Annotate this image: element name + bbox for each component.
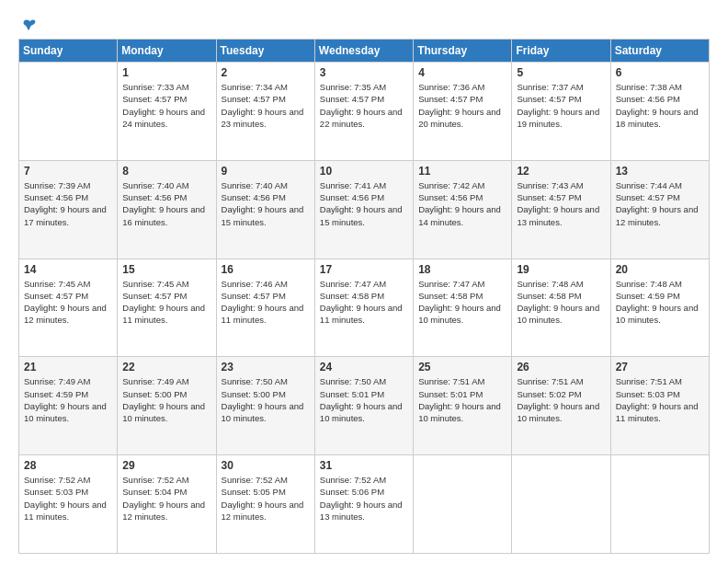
day-number: 20 — [616, 263, 704, 276]
day-info: Sunrise: 7:47 AMSunset: 4:58 PMDaylight:… — [418, 278, 506, 327]
day-info: Sunrise: 7:38 AMSunset: 4:56 PMDaylight:… — [616, 81, 704, 130]
calendar-day-cell: 24 Sunrise: 7:50 AMSunset: 5:01 PMDaylig… — [314, 357, 413, 455]
day-info: Sunrise: 7:52 AMSunset: 5:05 PMDaylight:… — [222, 474, 310, 523]
day-number: 3 — [320, 66, 408, 79]
day-number: 6 — [616, 66, 704, 79]
calendar-day-cell — [512, 455, 610, 554]
calendar-day-header: Friday — [512, 40, 610, 63]
calendar-day-cell: 23 Sunrise: 7:50 AMSunset: 5:00 PMDaylig… — [216, 357, 314, 455]
calendar-week-row: 7 Sunrise: 7:39 AMSunset: 4:56 PMDayligh… — [19, 160, 710, 259]
calendar-day-cell — [414, 455, 512, 554]
day-info: Sunrise: 7:48 AMSunset: 4:58 PMDaylight:… — [517, 278, 605, 327]
day-number: 9 — [222, 165, 310, 178]
calendar-day-cell: 11 Sunrise: 7:42 AMSunset: 4:56 PMDaylig… — [414, 160, 512, 259]
calendar-day-cell — [19, 63, 118, 161]
day-number: 8 — [122, 165, 210, 178]
day-info: Sunrise: 7:50 AMSunset: 5:00 PMDaylight:… — [222, 375, 310, 424]
logo — [18, 18, 37, 31]
day-info: Sunrise: 7:49 AMSunset: 4:59 PMDaylight:… — [24, 375, 112, 424]
calendar-day-cell: 7 Sunrise: 7:39 AMSunset: 4:56 PMDayligh… — [19, 160, 118, 259]
day-number: 4 — [418, 66, 506, 79]
calendar-day-header: Wednesday — [314, 40, 413, 63]
calendar-day-cell: 3 Sunrise: 7:35 AMSunset: 4:57 PMDayligh… — [314, 63, 413, 161]
day-number: 28 — [24, 459, 112, 472]
calendar-day-cell: 4 Sunrise: 7:36 AMSunset: 4:57 PMDayligh… — [414, 63, 512, 161]
calendar-day-cell: 12 Sunrise: 7:43 AMSunset: 4:57 PMDaylig… — [512, 160, 610, 259]
day-number: 21 — [24, 361, 112, 373]
calendar-day-cell: 22 Sunrise: 7:49 AMSunset: 5:00 PMDaylig… — [118, 357, 216, 455]
calendar-day-cell: 20 Sunrise: 7:48 AMSunset: 4:59 PMDaylig… — [610, 259, 709, 357]
day-number: 27 — [616, 361, 704, 373]
calendar-day-cell: 15 Sunrise: 7:45 AMSunset: 4:57 PMDaylig… — [118, 259, 216, 357]
day-number: 15 — [122, 263, 210, 276]
day-info: Sunrise: 7:49 AMSunset: 5:00 PMDaylight:… — [122, 375, 210, 424]
day-info: Sunrise: 7:41 AMSunset: 4:56 PMDaylight:… — [320, 179, 408, 228]
calendar-day-cell: 21 Sunrise: 7:49 AMSunset: 4:59 PMDaylig… — [19, 357, 118, 455]
calendar-day-cell: 28 Sunrise: 7:52 AMSunset: 5:03 PMDaylig… — [19, 455, 118, 554]
calendar-week-row: 1 Sunrise: 7:33 AMSunset: 4:57 PMDayligh… — [19, 63, 710, 161]
day-info: Sunrise: 7:52 AMSunset: 5:03 PMDaylight:… — [24, 474, 112, 523]
day-number: 2 — [222, 66, 310, 79]
calendar-day-cell: 6 Sunrise: 7:38 AMSunset: 4:56 PMDayligh… — [610, 63, 709, 161]
calendar-day-header: Sunday — [19, 40, 118, 63]
day-number: 18 — [418, 263, 506, 276]
logo-bird-icon — [20, 18, 37, 31]
day-info: Sunrise: 7:37 AMSunset: 4:57 PMDaylight:… — [517, 81, 605, 130]
day-info: Sunrise: 7:36 AMSunset: 4:57 PMDaylight:… — [418, 81, 506, 130]
calendar-day-header: Tuesday — [216, 40, 314, 63]
day-info: Sunrise: 7:48 AMSunset: 4:59 PMDaylight:… — [616, 278, 704, 327]
day-info: Sunrise: 7:51 AMSunset: 5:03 PMDaylight:… — [616, 375, 704, 424]
calendar-week-row: 21 Sunrise: 7:49 AMSunset: 4:59 PMDaylig… — [19, 357, 710, 455]
day-number: 1 — [122, 66, 210, 79]
day-number: 24 — [320, 361, 408, 373]
day-number: 30 — [222, 459, 310, 472]
calendar-day-cell: 29 Sunrise: 7:52 AMSunset: 5:04 PMDaylig… — [118, 455, 216, 554]
calendar-day-cell: 8 Sunrise: 7:40 AMSunset: 4:56 PMDayligh… — [118, 160, 216, 259]
day-number: 25 — [418, 361, 506, 373]
day-number: 11 — [418, 165, 506, 178]
calendar-day-header: Saturday — [610, 40, 709, 63]
day-info: Sunrise: 7:52 AMSunset: 5:06 PMDaylight:… — [320, 474, 408, 523]
day-number: 17 — [320, 263, 408, 276]
calendar-day-cell: 26 Sunrise: 7:51 AMSunset: 5:02 PMDaylig… — [512, 357, 610, 455]
day-number: 12 — [517, 165, 605, 178]
calendar-header-row: SundayMondayTuesdayWednesdayThursdayFrid… — [19, 40, 710, 63]
day-info: Sunrise: 7:46 AMSunset: 4:57 PMDaylight:… — [222, 278, 310, 327]
day-info: Sunrise: 7:50 AMSunset: 5:01 PMDaylight:… — [320, 375, 408, 424]
calendar-day-cell: 16 Sunrise: 7:46 AMSunset: 4:57 PMDaylig… — [216, 259, 314, 357]
day-info: Sunrise: 7:39 AMSunset: 4:56 PMDaylight:… — [24, 179, 112, 228]
day-number: 5 — [517, 66, 605, 79]
day-info: Sunrise: 7:51 AMSunset: 5:01 PMDaylight:… — [418, 375, 506, 424]
calendar-day-cell: 10 Sunrise: 7:41 AMSunset: 4:56 PMDaylig… — [314, 160, 413, 259]
day-info: Sunrise: 7:45 AMSunset: 4:57 PMDaylight:… — [122, 278, 210, 327]
day-number: 10 — [320, 165, 408, 178]
day-info: Sunrise: 7:40 AMSunset: 4:56 PMDaylight:… — [122, 179, 210, 228]
day-info: Sunrise: 7:34 AMSunset: 4:57 PMDaylight:… — [222, 81, 310, 130]
day-number: 19 — [517, 263, 605, 276]
day-number: 16 — [222, 263, 310, 276]
calendar-day-header: Monday — [118, 40, 216, 63]
day-info: Sunrise: 7:35 AMSunset: 4:57 PMDaylight:… — [320, 81, 408, 130]
calendar-day-cell: 14 Sunrise: 7:45 AMSunset: 4:57 PMDaylig… — [19, 259, 118, 357]
calendar-day-cell: 9 Sunrise: 7:40 AMSunset: 4:56 PMDayligh… — [216, 160, 314, 259]
day-info: Sunrise: 7:45 AMSunset: 4:57 PMDaylight:… — [24, 278, 112, 327]
day-number: 23 — [222, 361, 310, 373]
day-info: Sunrise: 7:52 AMSunset: 5:04 PMDaylight:… — [122, 474, 210, 523]
calendar-day-cell — [610, 455, 709, 554]
calendar-day-cell: 18 Sunrise: 7:47 AMSunset: 4:58 PMDaylig… — [414, 259, 512, 357]
calendar-day-cell: 2 Sunrise: 7:34 AMSunset: 4:57 PMDayligh… — [216, 63, 314, 161]
calendar-day-cell: 27 Sunrise: 7:51 AMSunset: 5:03 PMDaylig… — [610, 357, 709, 455]
calendar-day-cell: 5 Sunrise: 7:37 AMSunset: 4:57 PMDayligh… — [512, 63, 610, 161]
calendar-day-cell: 19 Sunrise: 7:48 AMSunset: 4:58 PMDaylig… — [512, 259, 610, 357]
calendar-day-cell: 1 Sunrise: 7:33 AMSunset: 4:57 PMDayligh… — [118, 63, 216, 161]
day-number: 14 — [24, 263, 112, 276]
page: SundayMondayTuesdayWednesdayThursdayFrid… — [0, 0, 728, 563]
calendar-week-row: 28 Sunrise: 7:52 AMSunset: 5:03 PMDaylig… — [19, 455, 710, 554]
calendar-day-cell: 13 Sunrise: 7:44 AMSunset: 4:57 PMDaylig… — [610, 160, 709, 259]
day-info: Sunrise: 7:47 AMSunset: 4:58 PMDaylight:… — [320, 278, 408, 327]
header — [18, 15, 710, 31]
day-number: 7 — [24, 165, 112, 178]
day-number: 13 — [616, 165, 704, 178]
calendar-day-cell: 25 Sunrise: 7:51 AMSunset: 5:01 PMDaylig… — [414, 357, 512, 455]
calendar-day-cell: 31 Sunrise: 7:52 AMSunset: 5:06 PMDaylig… — [314, 455, 413, 554]
